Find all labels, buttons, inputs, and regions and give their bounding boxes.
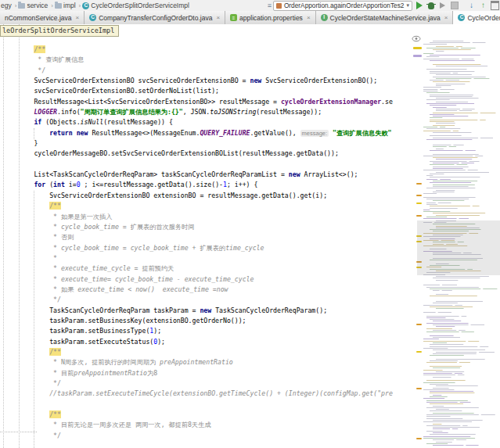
run-icon	[416, 2, 423, 9]
chevron-down-icon: ▾	[406, 2, 409, 9]
commit-button[interactable]: ↑	[479, 2, 487, 10]
editor-tab[interactable]: CCompanyTransferConfigOrderDto.java×	[85, 11, 225, 24]
stripe-mark[interactable]	[416, 388, 422, 389]
code-line: */	[3, 378, 393, 389]
code-line: * N周多次, 提前执行的时间周期为 preAppointmentRatio	[3, 357, 393, 367]
window-icon	[491, 1, 499, 10]
tooltip-text: leOrderSplitOrderServiceImpl	[2, 27, 114, 34]
coverage-button[interactable]	[438, 2, 447, 10]
editor-tab[interactable]: CCycleOrderSplitOrderServiceImpl.ja	[453, 11, 500, 24]
editor-tab[interactable]: ≡application.properties×	[225, 11, 315, 24]
code-line: TaskScanCycleOrderReqParam taskParam = n…	[3, 306, 393, 316]
breadcrumb-item[interactable]: impl	[55, 2, 76, 9]
code-line: * execute_time_cycle = 提前预约天	[3, 263, 393, 274]
stripe-mark[interactable]	[413, 47, 422, 49]
code-line: for (int i=0 ; i<=resultMessage.getData(…	[3, 180, 393, 190]
breadcrumb-item[interactable]: CCycleOrderSplitOrderServiceImpl	[82, 2, 189, 9]
code-line: SvcServiceOrderExtensionBO extensionBO =…	[3, 191, 393, 201]
breadcrumb-item[interactable]: egy	[1, 2, 12, 9]
stripe-mark[interactable]	[416, 351, 422, 353]
stripe-mark[interactable]	[416, 215, 422, 217]
breadcrumb-label: service	[27, 2, 48, 9]
breadcrumb-separator: ›	[79, 2, 81, 9]
interface-icon: I	[321, 14, 328, 21]
code-line: */	[3, 431, 393, 441]
debug-bug-icon	[428, 2, 434, 9]
run-buttons: ↓↑	[415, 2, 499, 10]
editor-tabs: nCommonService.java×CCompanyTransferConf…	[0, 11, 500, 25]
run-toolbar: ≡ OrderApportion.againOrderApportionTes2…	[268, 0, 500, 11]
debug-button[interactable]	[426, 2, 435, 10]
update-project-button[interactable]: ↓	[467, 2, 476, 10]
code-line: }	[3, 138, 393, 149]
code-line: * 目前无论是一周多次还是 两周一次, 都提前8天生成	[3, 420, 393, 430]
tab-label: CompanyTransferConfigOrderDto.java	[99, 14, 212, 22]
code-line: /**	[3, 347, 393, 357]
code-line: */	[3, 66, 393, 76]
tab-label: CycleOrderStateMachineService.java	[330, 14, 441, 22]
code-line: ResultMessage<List<SvcServiceOrderExtens…	[3, 97, 393, 107]
code-line: return new ResultMessage<>(MessageEnum.Q…	[3, 128, 393, 138]
minimap-viewport[interactable]	[417, 220, 500, 275]
tab-label: CycleOrderSplitOrderServiceImpl.ja	[467, 14, 500, 22]
stripe-mark[interactable]	[416, 202, 422, 204]
code-line	[3, 159, 393, 170]
close-icon[interactable]: ×	[216, 14, 220, 21]
properties-file-icon: ≡	[230, 14, 237, 21]
coverage-icon	[440, 2, 445, 9]
code-line: /**	[3, 410, 393, 420]
tab-label: nCommonService.java	[5, 14, 72, 22]
code-line: * 如果是第一次插入	[3, 212, 393, 222]
toolbar-misc-icon[interactable]: ≡	[268, 2, 271, 9]
code-line: List<TaskScanCycleOrderReqParam> taskSca…	[3, 170, 393, 180]
navigation-bar: egy›service›impl›CCycleOrderSplitOrderSe…	[0, 0, 500, 12]
stop-icon	[451, 2, 459, 9]
code-line: * 查询扩展信息	[3, 55, 393, 65]
stripe-mark[interactable]	[416, 183, 422, 185]
class-icon: C	[82, 2, 89, 9]
close-icon[interactable]: ×	[76, 14, 80, 21]
code-line: /**	[3, 45, 393, 55]
code-content[interactable]: /** * 查询扩展信息 */ SvcServiceOrderExtension…	[3, 45, 393, 441]
code-line: * execute_time= cycle_book_time - execut…	[3, 274, 393, 285]
code-line: SvcServiceOrderExtensionBO svcServiceOrd…	[3, 76, 393, 86]
editor-tab[interactable]: nCommonService.java×	[0, 11, 85, 24]
stripe-mark[interactable]	[416, 195, 422, 196]
code-line: svcServiceOrderExtensionBO.setOrderNoLis…	[3, 86, 393, 96]
class-icon: C	[458, 14, 465, 21]
breadcrumb-label: egy	[1, 2, 12, 9]
editor-tab[interactable]: ICycleOrderStateMachineService.java×	[316, 11, 454, 24]
code-line: * 目前preAppointmentRatio为8	[3, 368, 393, 378]
stop-button[interactable]	[450, 2, 459, 10]
code-line: * 如果 execute_time < now() execute_time =…	[3, 285, 393, 295]
code-line: //taskParam.setExecuteTimeCycle(extensio…	[3, 389, 393, 399]
class-name-tooltip: leOrderSplitOrderServiceImpl	[0, 25, 119, 37]
breadcrumb-separator: ›	[51, 2, 53, 9]
close-icon[interactable]: ×	[307, 14, 311, 21]
commit-icon: ↑	[481, 2, 485, 9]
window-button[interactable]	[491, 2, 499, 10]
breadcrumb-label: impl	[63, 2, 76, 9]
code-line: /**	[3, 201, 393, 211]
close-icon[interactable]: ×	[444, 14, 448, 21]
run-button[interactable]	[415, 2, 423, 10]
folder-icon	[18, 3, 25, 9]
code-line: * 否则	[3, 232, 393, 242]
folder-icon	[55, 3, 62, 9]
run-config-select[interactable]: OrderApportion.againOrderApportionTes2 ▾	[273, 1, 412, 11]
code-line: *	[3, 253, 393, 263]
code-line: taskParam.setBusinessKey(extensionBO.get…	[3, 316, 393, 326]
stripe-mark[interactable]	[416, 438, 422, 439]
inspections-eye-icon[interactable]	[412, 35, 421, 42]
code-line: if (Objects.isNull(resultMessage)) {	[3, 117, 393, 127]
breadcrumb-label: CycleOrderSplitOrderServiceImpl	[91, 2, 189, 9]
code-line: taskParam.setBusinessType(1);	[3, 326, 393, 336]
code-line: LOGGER.info("周期订单查询扩展信息结果为:{}", JSON.toJ…	[3, 107, 393, 117]
stripe-mark[interactable]	[413, 55, 422, 57]
code-line	[3, 400, 393, 410]
class-icon: C	[89, 14, 96, 21]
stripe-mark[interactable]	[416, 324, 422, 325]
breadcrumb-item[interactable]: service	[18, 2, 48, 9]
run-config-icon	[276, 3, 282, 9]
breadcrumb: egy›service›impl›CCycleOrderSplitOrderSe…	[0, 0, 191, 11]
